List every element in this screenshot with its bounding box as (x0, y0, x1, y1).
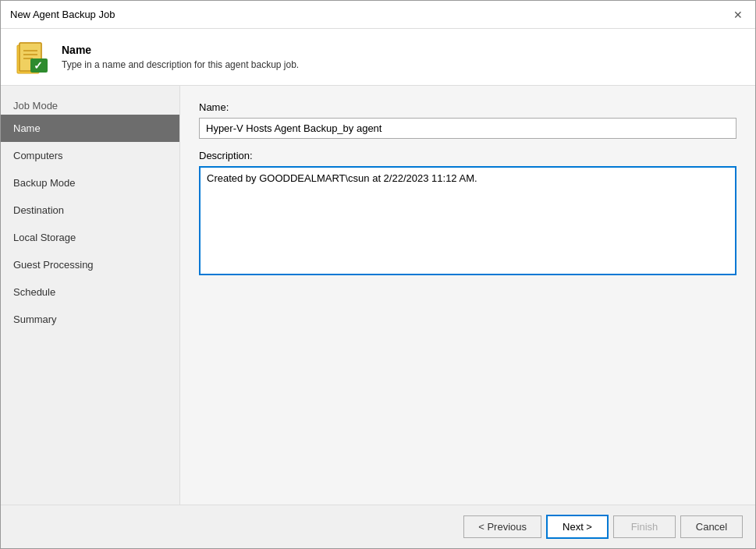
name-label: Name: (199, 101, 736, 113)
close-button[interactable]: ✕ (730, 7, 746, 23)
content-area: Job Mode Name Computers Backup Mode Dest… (1, 86, 755, 505)
name-form-group: Name: (199, 101, 736, 139)
sidebar-item-backup-mode[interactable]: Backup Mode (1, 169, 179, 197)
sidebar-item-summary[interactable]: Summary (1, 306, 179, 333)
header-section: ✓ Name Type in a name and description fo… (1, 29, 755, 86)
next-button[interactable]: Next > (546, 515, 609, 539)
header-icon: ✓ (13, 38, 51, 76)
sidebar-item-schedule[interactable]: Schedule (1, 278, 179, 306)
footer: < Previous Next > Finish Cancel (1, 505, 755, 548)
sidebar-item-guest-processing[interactable]: Guest Processing (1, 251, 179, 278)
header-title: Name (62, 44, 299, 56)
sidebar-item-computers[interactable]: Computers (1, 142, 179, 169)
sidebar-item-name[interactable]: Name (1, 115, 179, 142)
description-textarea[interactable] (199, 166, 736, 275)
sidebar-item-job-mode: Job Mode (1, 92, 179, 115)
sidebar: Job Mode Name Computers Backup Mode Dest… (1, 86, 180, 505)
main-content: Name: Description: (180, 86, 755, 505)
svg-text:✓: ✓ (34, 59, 43, 72)
title-bar: New Agent Backup Job ✕ (1, 1, 755, 29)
previous-button[interactable]: < Previous (463, 515, 541, 538)
cancel-button[interactable]: Cancel (680, 515, 743, 538)
header-text: Name Type in a name and description for … (62, 44, 299, 70)
description-label: Description: (199, 150, 736, 161)
header-description: Type in a name and description for this … (62, 59, 299, 70)
description-form-group: Description: (199, 150, 736, 278)
dialog: New Agent Backup Job ✕ ✓ Name Type in a (0, 0, 756, 549)
dialog-title: New Agent Backup Job (10, 9, 115, 20)
sidebar-item-local-storage[interactable]: Local Storage (1, 224, 179, 251)
name-input[interactable] (199, 118, 736, 139)
sidebar-item-destination[interactable]: Destination (1, 197, 179, 224)
finish-button[interactable]: Finish (613, 515, 676, 538)
